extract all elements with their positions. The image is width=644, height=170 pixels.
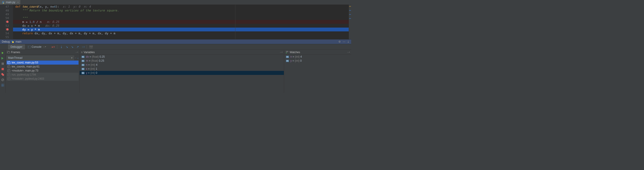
frame-item[interactable]: <module>, pydevd.py:2403 <box>6 77 78 81</box>
watch-item[interactable]: 01 n = {int} 4 <box>284 55 351 59</box>
svg-rect-23 <box>8 62 10 64</box>
frame-icon <box>8 65 10 68</box>
frame-icon <box>8 77 10 80</box>
svg-rect-25 <box>8 66 10 68</box>
svg-rect-31 <box>8 78 10 80</box>
download-icon[interactable]: ⤓ <box>347 40 350 43</box>
svg-rect-21 <box>8 52 10 54</box>
layout-button[interactable] <box>1 84 4 87</box>
mute-breakpoints-button[interactable] <box>1 78 4 82</box>
watches-panel: Watches →• 01 n = {int} 4 01 y = {int} 0 <box>284 50 351 93</box>
frame-icon <box>8 61 10 64</box>
svg-rect-11 <box>3 62 4 65</box>
file-tab-main[interactable]: main.py × <box>0 0 21 4</box>
debugger-toolbar: Debugger Console →• ▸≡ ⭳ ↘ ↘ ↗ →I <box>0 44 351 50</box>
var-type-icon: 01 <box>82 60 84 62</box>
svg-rect-32 <box>286 51 287 52</box>
watches-header: Watches <box>290 51 300 54</box>
evaluate-expression-icon[interactable] <box>89 45 93 49</box>
python-file-icon <box>2 1 5 4</box>
thread-selector[interactable]: MainThread ▾ <box>6 56 74 60</box>
step-out-icon[interactable]: ↗ <box>76 45 80 49</box>
svg-point-2 <box>3 2 4 3</box>
editor-tabs: main.py × <box>0 0 351 5</box>
frame-item[interactable]: tex_coord, main.py:53 <box>6 60 78 64</box>
variable-item[interactable]: 01 y = {int} 0 <box>80 71 284 75</box>
watches-icon <box>286 51 288 54</box>
variable-item[interactable]: 01 m = {float} 0.25 <box>80 59 284 63</box>
svg-rect-5 <box>28 46 31 48</box>
frame-item[interactable]: <module>, main.py:73 <box>6 69 78 73</box>
editor-markers <box>349 5 351 39</box>
file-tab-label: main.py <box>6 1 15 4</box>
pin-icon[interactable]: →• <box>279 51 282 54</box>
python-icon <box>11 40 14 43</box>
frames-panel: Frames →• MainThread ▾ ↑ ↓ tex_coord, ma… <box>6 50 80 93</box>
svg-rect-27 <box>8 70 10 72</box>
run-to-cursor-icon[interactable]: →I <box>81 45 85 49</box>
svg-rect-10 <box>2 62 2 65</box>
variable-item[interactable]: 01 dx = {float} 0.25 <box>80 55 284 59</box>
breakpoint-icon[interactable] <box>6 21 8 23</box>
svg-point-14 <box>2 74 4 76</box>
debug-panels: Frames →• MainThread ▾ ↑ ↓ tex_coord, ma… <box>0 50 351 93</box>
pin-icon[interactable]: →• <box>347 51 350 54</box>
debug-side-toolbar <box>0 50 6 93</box>
svg-point-34 <box>286 52 287 54</box>
debug-titlebar: Debug main ⚙ — ⤓ <box>0 39 351 44</box>
debug-target: main <box>16 40 21 43</box>
svg-rect-9 <box>1 57 2 60</box>
pause-button[interactable] <box>1 62 4 66</box>
svg-point-4 <box>12 41 14 43</box>
var-type-icon: 01 <box>286 60 289 62</box>
svg-rect-29 <box>8 74 10 76</box>
frames-icon <box>7 51 10 54</box>
code-editor[interactable]: 47 48 49 50 51 52 53 54 55 def tex_coord… <box>0 5 351 39</box>
svg-rect-33 <box>287 51 288 52</box>
step-into-my-code-icon[interactable]: ↘ <box>70 45 74 49</box>
variable-item[interactable]: 01 n = {int} 4 <box>80 63 284 67</box>
frame-down-icon[interactable]: ↓ <box>77 56 78 60</box>
svg-rect-12 <box>2 68 4 70</box>
frame-icon <box>8 69 10 72</box>
debug-label: Debug <box>2 40 10 43</box>
var-type-icon: 01 <box>286 56 289 58</box>
gear-icon[interactable]: ⚙ <box>338 40 341 43</box>
var-type-icon: 01 <box>82 64 84 66</box>
editor-gutter: 47 48 49 50 51 52 53 54 55 <box>0 5 13 39</box>
rerun-button[interactable] <box>1 51 4 55</box>
watch-item[interactable]: 01 y = {int} 0 <box>284 59 351 63</box>
frames-header: Frames <box>11 51 20 54</box>
frame-icon <box>8 73 10 76</box>
frame-up-icon[interactable]: ↑ <box>75 56 76 60</box>
variables-list: 01 dx = {float} 0.25 01 m = {float} 0.25… <box>80 55 284 75</box>
variable-item[interactable]: 01 x = {int} 1 <box>80 67 284 71</box>
var-type-icon: 01 <box>82 56 84 58</box>
var-type-icon: 01 <box>82 72 84 74</box>
variables-header: Variables <box>84 51 95 54</box>
breakpoint-icon[interactable] <box>6 28 8 30</box>
frame-item[interactable]: tex_coords, main.py:61 <box>6 64 78 69</box>
tab-debugger[interactable]: Debugger <box>8 44 25 49</box>
pin-icon[interactable]: →• <box>75 51 78 54</box>
minimize-icon[interactable]: — <box>343 40 345 43</box>
variables-panel: ≡ Variables →• 01 dx = {float} 0.25 01 m… <box>80 50 284 93</box>
close-icon[interactable]: × <box>17 1 18 4</box>
tab-console[interactable]: Console →• <box>25 44 48 49</box>
step-over-icon[interactable]: ⭳ <box>60 45 63 49</box>
view-breakpoints-button[interactable] <box>1 73 4 76</box>
var-type-icon: 01 <box>82 68 84 70</box>
code-area[interactable]: def tex_coord(x, y, n=4): x: 1 y: 0 n: 4… <box>13 5 351 39</box>
console-icon <box>28 46 31 48</box>
svg-line-16 <box>2 79 4 81</box>
show-execution-point-icon[interactable]: ▸≡ <box>52 45 55 49</box>
resume-button[interactable] <box>1 56 4 60</box>
step-into-icon[interactable]: ↘ <box>65 45 69 49</box>
frame-item[interactable]: run, pydevd.py:1794 <box>6 73 78 77</box>
watches-list: 01 n = {int} 4 01 y = {int} 0 <box>284 55 351 63</box>
stop-button[interactable] <box>1 67 4 71</box>
frame-nav: ↑ ↓ <box>75 56 78 60</box>
